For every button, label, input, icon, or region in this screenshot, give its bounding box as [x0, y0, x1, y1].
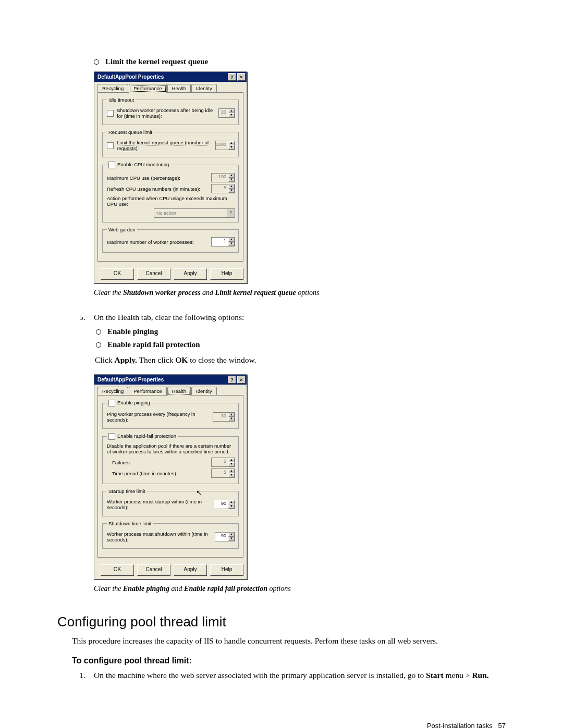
tab-identity[interactable]: Identity	[191, 387, 217, 396]
hollow-bullet-icon	[96, 342, 101, 348]
chevron-down-icon[interactable]: ▼	[228, 537, 235, 541]
tab-health[interactable]: Health	[167, 84, 191, 93]
chevron-up-icon[interactable]: ▲	[228, 469, 235, 473]
tab-health[interactable]: Health	[167, 387, 191, 396]
page-footer: Post-installation tasks 57	[57, 722, 506, 728]
chevron-up-icon[interactable]: ▲	[228, 109, 235, 113]
legend-garden: Web garden	[107, 227, 137, 232]
group-startup-limit: Startup time limit Worker process must s…	[102, 488, 239, 516]
help-button[interactable]: Help	[210, 564, 243, 576]
spinner-failures[interactable]: 5 ▲▼	[211, 458, 235, 467]
step-text: On the Health tab, clear the following o…	[94, 313, 506, 322]
hollow-bullet-icon	[94, 59, 99, 65]
spinner-queue-value: 1000	[216, 141, 228, 150]
dialog-performance: DefaultAppPool Properties ? × Recycling …	[94, 71, 247, 283]
legend-idle: Idle timeout	[107, 97, 136, 103]
dropdown-cpu-action[interactable]: No action ▼	[154, 208, 235, 218]
spinner-max-cpu[interactable]: 100 ▲▼	[211, 173, 235, 182]
bullet-limit-kernel: Limit the kernel request queue	[94, 57, 506, 66]
dialog-button-row: OK Cancel Apply Help	[94, 265, 247, 283]
chevron-up-icon[interactable]: ▲	[228, 238, 235, 242]
legend-cpu: Enable CPU monitoring	[107, 162, 170, 168]
chevron-up-icon[interactable]: ▲	[228, 141, 235, 145]
help-icon[interactable]: ?	[228, 73, 236, 81]
close-icon[interactable]: ×	[237, 376, 246, 384]
bullet-text: Limit the kernel request queue	[105, 57, 208, 66]
tab-panel-performance: Idle timeout Shutdown worker processes a…	[97, 92, 243, 262]
label-queue: Limit the kernel request queue (number o…	[117, 140, 212, 151]
tab-recycling[interactable]: Recycling	[97, 387, 128, 396]
spinner-ping[interactable]: 30 ▲▼	[213, 412, 235, 422]
caption-dialog1: Clear the Shutdown worker process and Li…	[94, 289, 506, 297]
click-apply-ok: Click Apply. Then click OK to close the …	[95, 355, 506, 365]
label-shutdown: Worker process must shutdown within (tim…	[107, 531, 212, 542]
tab-recycling[interactable]: Recycling	[97, 84, 128, 93]
chevron-down-icon[interactable]: ▼	[227, 209, 235, 217]
chevron-up-icon[interactable]: ▲	[228, 500, 235, 504]
tab-performance[interactable]: Performance	[129, 84, 166, 93]
chevron-down-icon[interactable]: ▼	[228, 113, 235, 117]
footer-section: Post-installation tasks	[427, 722, 493, 728]
dialog-health: DefaultAppPool Properties ? × Recycling …	[94, 374, 247, 579]
spinner-period[interactable]: 5 ▲▼	[211, 468, 235, 478]
label-max-cpu: Maximum CPU use (percentage):	[107, 175, 208, 181]
tab-performance[interactable]: Performance	[129, 387, 166, 396]
chevron-down-icon[interactable]: ▼	[228, 145, 235, 150]
cancel-button[interactable]: Cancel	[137, 564, 170, 576]
section-body: This procedure increases the capacity of…	[72, 636, 506, 646]
bullet-enable-pinging: Enable pinging	[96, 327, 506, 336]
close-icon[interactable]: ×	[237, 73, 246, 81]
spinner-startup[interactable]: 90 ▲▼	[214, 500, 235, 509]
checkbox-queue[interactable]	[107, 142, 114, 149]
chevron-down-icon[interactable]: ▼	[228, 189, 235, 193]
dialog-titlebar: DefaultAppPool Properties ? ×	[94, 375, 247, 385]
spinner-garden[interactable]: 1 ▲▼	[211, 237, 235, 246]
chevron-down-icon[interactable]: ▼	[228, 473, 235, 477]
apply-button[interactable]: Apply	[174, 564, 207, 576]
checkbox-ping[interactable]	[108, 400, 115, 406]
ok-button[interactable]: OK	[101, 564, 134, 576]
label-garden: Maximum number of worker processes:	[107, 239, 208, 245]
footer-page-number: 57	[498, 722, 506, 728]
help-icon[interactable]: ?	[228, 376, 236, 384]
chevron-down-icon[interactable]: ▼	[228, 178, 235, 182]
chevron-up-icon[interactable]: ▲	[228, 413, 235, 417]
checkbox-rapid[interactable]	[108, 433, 115, 440]
label-period: Time period (time in minutes):	[107, 471, 208, 476]
chevron-down-icon[interactable]: ▼	[228, 417, 235, 421]
chevron-down-icon[interactable]: ▼	[228, 242, 235, 246]
chevron-up-icon[interactable]: ▲	[228, 533, 235, 537]
legend-ping: Enable pinging	[107, 400, 152, 406]
spinner-idle[interactable]: 20 ▲▼	[218, 108, 235, 118]
legend-shutdown: Shutdown time limit	[107, 521, 153, 526]
chevron-up-icon[interactable]: ▲	[228, 458, 235, 462]
label-ping: Ping worker process every (frequency in …	[107, 411, 210, 423]
label-cpu-action: Action performed when CPU usage exceeds …	[107, 195, 235, 207]
chevron-up-icon[interactable]: ▲	[228, 174, 235, 178]
heading-configuring-pool-thread-limit: Configuring pool thread limit	[57, 614, 506, 630]
step-1: 1. On the machine where the web server a…	[79, 671, 506, 680]
chevron-down-icon[interactable]: ▼	[228, 462, 235, 466]
spinner-refresh-cpu[interactable]: 5 ▲▼	[211, 184, 235, 193]
cancel-button[interactable]: Cancel	[137, 268, 170, 280]
spinner-idle-value: 20	[219, 109, 228, 117]
dialog-title: DefaultAppPool Properties	[97, 74, 227, 80]
bullet-enable-rapid-fail: Enable rapid fail protection	[96, 340, 506, 349]
tab-identity[interactable]: Identity	[191, 84, 217, 93]
group-rapid-fail: Enable rapid-fail protection Disable the…	[102, 433, 239, 484]
chevron-up-icon[interactable]: ▲	[228, 184, 235, 189]
apply-button[interactable]: Apply	[174, 268, 207, 280]
group-cpu-monitoring: Enable CPU monitoring Maximum CPU use (p…	[102, 162, 239, 223]
legend-startup: Startup time limit	[107, 488, 147, 494]
dialog-button-row: OK Cancel Apply Help	[94, 561, 247, 579]
help-button[interactable]: Help	[210, 268, 243, 280]
dialog-titlebar: DefaultAppPool Properties ? ×	[94, 72, 247, 82]
spinner-shutdown[interactable]: 90 ▲▼	[215, 532, 235, 541]
label-refresh-cpu: Refresh CPU usage numbers (in minutes):	[107, 186, 208, 192]
ok-button[interactable]: OK	[101, 268, 134, 280]
checkbox-cpu[interactable]	[108, 162, 115, 168]
spinner-queue[interactable]: 1000 ▲▼	[215, 141, 235, 150]
chevron-down-icon[interactable]: ▼	[228, 504, 235, 509]
checkbox-idle[interactable]	[107, 110, 114, 117]
legend-rapid: Enable rapid-fail protection	[107, 433, 178, 440]
